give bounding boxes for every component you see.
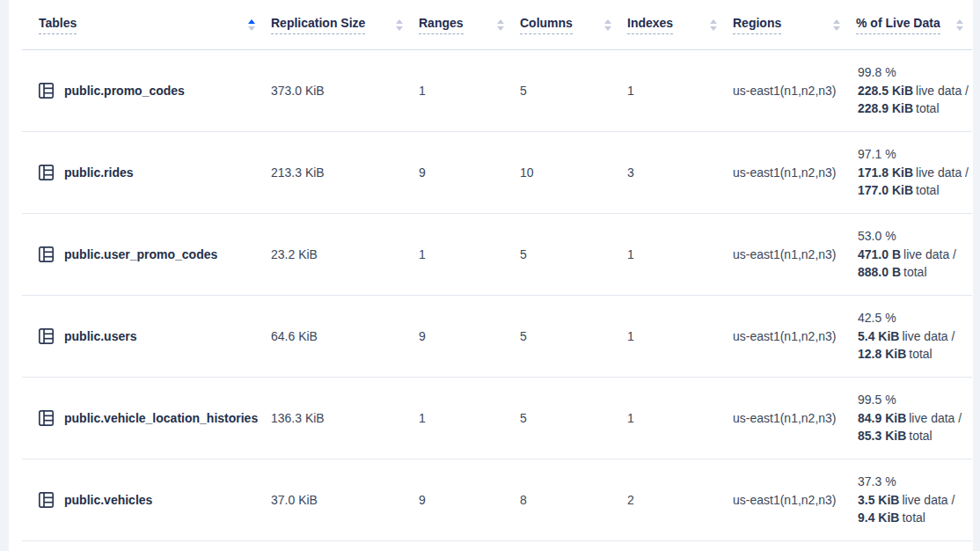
regions-value: us-east1(n1,n2,n3) xyxy=(726,329,849,343)
table-row-users[interactable]: public.users 64.6 KiB 9 5 1 us-east1(n1,… xyxy=(22,296,972,378)
column-header-columns[interactable]: Columns xyxy=(513,0,620,49)
table-row-promo-codes[interactable]: public.promo_codes 373.0 KiB 1 5 1 us-ea… xyxy=(22,50,972,132)
column-header-tables[interactable]: Tables xyxy=(22,0,264,49)
live-size-value: 471.0 B xyxy=(858,247,901,261)
table-row-user-promo-codes[interactable]: public.user_promo_codes 23.2 KiB 1 5 1 u… xyxy=(22,214,972,296)
replication-size-value: 136.3 KiB xyxy=(264,411,412,425)
columns-value: 5 xyxy=(513,247,620,261)
sort-ascending-icon xyxy=(396,19,403,24)
regions-value: us-east1(n1,n2,n3) xyxy=(726,411,849,425)
table-icon xyxy=(38,491,55,509)
ranges-value: 1 xyxy=(412,411,513,425)
live-percent-value: 99.8 % xyxy=(858,63,972,82)
column-header-live-data[interactable]: % of Live Data xyxy=(849,0,972,49)
table-name-cell: public.user_promo_codes xyxy=(22,246,264,263)
total-data-line: 85.3 KiBtotal xyxy=(858,427,972,445)
table-row-vehicle-location-histories[interactable]: public.vehicle_location_histories 136.3 … xyxy=(22,378,972,459)
live-data-line: 228.5 KiBlive data / xyxy=(858,82,972,100)
sort-descending-icon xyxy=(833,26,840,31)
table-name-link[interactable]: public.vehicles xyxy=(64,493,152,507)
indexes-value: 1 xyxy=(620,247,726,261)
ranges-value: 1 xyxy=(412,247,513,261)
table-row-vehicles[interactable]: public.vehicles 37.0 KiB 9 8 2 us-east1(… xyxy=(22,459,972,541)
total-data-line: 888.0 Btotal xyxy=(858,263,972,282)
columns-value: 5 xyxy=(513,329,620,343)
total-suffix: total xyxy=(909,347,932,361)
sort-descending-icon xyxy=(396,26,403,31)
table-name-link[interactable]: public.promo_codes xyxy=(64,84,185,98)
sort-arrows-icon xyxy=(956,19,963,31)
sort-descending-icon xyxy=(956,26,963,31)
live-data-suffix: live data / xyxy=(916,165,969,180)
live-size-value: 171.8 KiB xyxy=(858,165,913,180)
ranges-value: 9 xyxy=(412,493,513,507)
table-name-link[interactable]: public.user_promo_codes xyxy=(64,247,217,261)
live-data-suffix: live data / xyxy=(902,329,954,343)
table-icon xyxy=(38,82,55,99)
column-header-ranges[interactable]: Ranges xyxy=(412,0,513,49)
sort-descending-icon xyxy=(497,26,504,31)
table-name-link[interactable]: public.users xyxy=(64,329,136,343)
live-percent-value: 42.5 % xyxy=(858,309,972,327)
live-data-cell: 99.5 % 84.9 KiBlive data / 85.3 KiBtotal xyxy=(849,391,972,445)
total-suffix: total xyxy=(909,429,932,443)
live-data-cell: 37.3 % 3.5 KiBlive data / 9.4 KiBtotal xyxy=(849,473,972,527)
table-body: public.promo_codes 373.0 KiB 1 5 1 us-ea… xyxy=(22,50,972,541)
column-header-regions[interactable]: Regions xyxy=(726,0,849,49)
table-name-link[interactable]: public.rides xyxy=(64,165,134,180)
table-header-row: Tables Replication Size Ranges xyxy=(22,0,972,50)
sort-arrows-icon xyxy=(710,19,717,31)
columns-value: 10 xyxy=(513,165,620,180)
replication-size-value: 213.3 KiB xyxy=(264,165,412,180)
indexes-value: 1 xyxy=(620,329,726,343)
total-size-value: 888.0 B xyxy=(858,265,901,279)
sort-ascending-icon xyxy=(956,19,963,24)
replication-size-value: 64.6 KiB xyxy=(264,329,412,343)
ranges-value: 9 xyxy=(412,165,513,180)
live-data-suffix: live data / xyxy=(916,84,969,98)
total-data-line: 9.4 KiBtotal xyxy=(858,509,972,527)
total-size-value: 228.9 KiB xyxy=(858,101,913,115)
column-header-label: Ranges xyxy=(419,16,464,34)
column-header-indexes[interactable]: Indexes xyxy=(620,0,726,49)
regions-value: us-east1(n1,n2,n3) xyxy=(726,165,849,180)
indexes-value: 2 xyxy=(620,493,726,507)
columns-value: 5 xyxy=(513,84,620,98)
live-percent-value: 37.3 % xyxy=(858,473,972,491)
table-name-link[interactable]: public.vehicle_location_histories xyxy=(64,411,258,425)
ranges-value: 9 xyxy=(412,329,513,343)
sort-arrows-icon xyxy=(833,19,840,31)
live-data-suffix: live data / xyxy=(902,493,954,507)
column-header-replication-size[interactable]: Replication Size xyxy=(264,0,412,49)
live-data-suffix: live data / xyxy=(909,411,962,425)
column-header-label: Indexes xyxy=(627,16,673,34)
sort-arrows-icon xyxy=(604,19,611,31)
live-percent-value: 99.5 % xyxy=(858,391,972,409)
table-icon xyxy=(38,327,55,345)
live-percent-value: 97.1 % xyxy=(858,145,972,164)
total-data-line: 177.0 KiBtotal xyxy=(858,181,972,200)
sort-ascending-icon xyxy=(497,19,504,24)
total-data-line: 12.8 KiBtotal xyxy=(858,345,972,364)
table-name-cell: public.users xyxy=(22,327,264,345)
live-data-cell: 99.8 % 228.5 KiBlive data / 228.9 KiBtot… xyxy=(849,63,972,118)
total-size-value: 9.4 KiB xyxy=(858,511,899,525)
column-header-label: Tables xyxy=(39,16,77,34)
live-data-cell: 42.5 % 5.4 KiBlive data / 12.8 KiBtotal xyxy=(849,309,972,364)
column-header-label: Columns xyxy=(520,16,573,34)
live-data-line: 3.5 KiBlive data / xyxy=(858,491,972,510)
regions-value: us-east1(n1,n2,n3) xyxy=(726,493,849,507)
columns-value: 5 xyxy=(513,411,620,425)
table-icon xyxy=(38,409,55,427)
sort-arrows-icon xyxy=(396,19,403,31)
table-row-rides[interactable]: public.rides 213.3 KiB 9 10 3 us-east1(n… xyxy=(22,132,972,214)
table-icon xyxy=(38,164,55,181)
sort-descending-icon xyxy=(604,26,611,31)
replication-size-value: 23.2 KiB xyxy=(264,247,412,261)
tables-list-card: Tables Replication Size Ranges xyxy=(9,0,973,551)
live-size-value: 5.4 KiB xyxy=(858,329,899,343)
live-data-suffix: live data / xyxy=(903,247,956,261)
column-header-label: Regions xyxy=(733,16,781,34)
sort-descending-icon xyxy=(710,26,717,31)
sort-arrows-icon xyxy=(497,19,504,31)
